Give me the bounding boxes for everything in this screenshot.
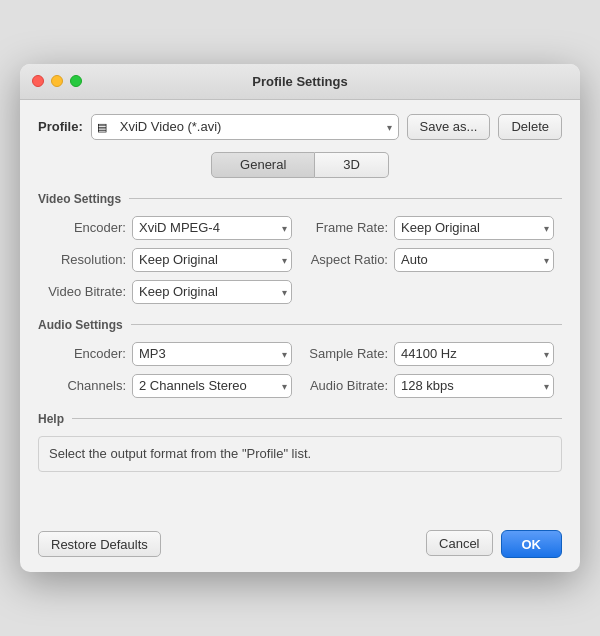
channels-select-wrapper: 2 Channels Stereo ▾ — [132, 374, 292, 398]
sample-rate-select-wrapper: 44100 Hz ▾ — [394, 342, 554, 366]
minimize-button[interactable] — [51, 75, 63, 87]
aspect-ratio-label: Aspect Ratio: — [308, 252, 388, 267]
channels-field-row: Channels: 2 Channels Stereo ▾ — [46, 374, 292, 398]
close-button[interactable] — [32, 75, 44, 87]
resolution-field-row: Resolution: Keep Original ▾ — [46, 248, 292, 272]
video-bitrate-field-row: Video Bitrate: Keep Original ▾ — [46, 280, 292, 304]
cancel-button[interactable]: Cancel — [426, 530, 492, 556]
profile-icon: ▤ — [97, 120, 107, 133]
frame-rate-field-row: Frame Rate: Keep Original ▾ — [308, 216, 554, 240]
audio-bitrate-select[interactable]: 128 kbps — [394, 374, 554, 398]
encoder-label: Encoder: — [46, 220, 126, 235]
encoder-field-row: Encoder: XviD MPEG-4 ▾ — [46, 216, 292, 240]
maximize-button[interactable] — [70, 75, 82, 87]
traffic-lights — [32, 75, 82, 87]
restore-defaults-button[interactable]: Restore Defaults — [38, 531, 161, 557]
audio-settings-grid: Encoder: MP3 ▾ Sample Rate: 44100 Hz — [38, 342, 562, 398]
video-settings-divider — [129, 198, 562, 199]
profile-row: Profile: ▤ XviD Video (*.avi) ▾ Save as.… — [38, 114, 562, 140]
audio-settings-divider — [131, 324, 562, 325]
audio-encoder-field-row: Encoder: MP3 ▾ — [46, 342, 292, 366]
delete-button[interactable]: Delete — [498, 114, 562, 140]
help-header: Help — [38, 412, 562, 426]
ok-button[interactable]: OK — [501, 530, 563, 558]
frame-rate-select[interactable]: Keep Original — [394, 216, 554, 240]
audio-encoder-select[interactable]: MP3 — [132, 342, 292, 366]
bottom-right-buttons: Cancel OK — [426, 530, 562, 558]
audio-settings-header: Audio Settings — [38, 318, 562, 332]
audio-bitrate-select-wrapper: 128 kbps ▾ — [394, 374, 554, 398]
channels-select[interactable]: 2 Channels Stereo — [132, 374, 292, 398]
window-title: Profile Settings — [252, 74, 347, 89]
resolution-label: Resolution: — [46, 252, 126, 267]
audio-bitrate-field-row: Audio Bitrate: 128 kbps ▾ — [308, 374, 554, 398]
audio-encoder-select-wrapper: MP3 ▾ — [132, 342, 292, 366]
aspect-ratio-select-wrapper: Auto ▾ — [394, 248, 554, 272]
encoder-select[interactable]: XviD MPEG-4 — [132, 216, 292, 240]
audio-settings-title: Audio Settings — [38, 318, 123, 332]
audio-bitrate-label: Audio Bitrate: — [308, 378, 388, 393]
audio-encoder-label: Encoder: — [46, 346, 126, 361]
profile-settings-window: Profile Settings Profile: ▤ XviD Video (… — [20, 64, 580, 572]
sample-rate-label: Sample Rate: — [308, 346, 388, 361]
help-divider — [72, 418, 562, 419]
aspect-ratio-select[interactable]: Auto — [394, 248, 554, 272]
tabs-row: General 3D — [38, 152, 562, 178]
window-body: Profile: ▤ XviD Video (*.avi) ▾ Save as.… — [20, 100, 580, 520]
title-bar: Profile Settings — [20, 64, 580, 100]
help-section: Help Select the output format from the "… — [38, 412, 562, 472]
frame-rate-select-wrapper: Keep Original ▾ — [394, 216, 554, 240]
spacer — [38, 486, 562, 506]
video-bitrate-select[interactable]: Keep Original — [132, 280, 292, 304]
video-settings-title: Video Settings — [38, 192, 121, 206]
tab-3d[interactable]: 3D — [315, 152, 389, 178]
video-settings-section: Video Settings Encoder: XviD MPEG-4 ▾ — [38, 192, 562, 304]
aspect-ratio-field-row: Aspect Ratio: Auto ▾ — [308, 248, 554, 272]
help-text: Select the output format from the "Profi… — [49, 446, 311, 461]
profile-select-wrapper: ▤ XviD Video (*.avi) ▾ — [91, 114, 399, 140]
audio-settings-section: Audio Settings Encoder: MP3 ▾ Sample — [38, 318, 562, 398]
resolution-select-wrapper: Keep Original ▾ — [132, 248, 292, 272]
sample-rate-field-row: Sample Rate: 44100 Hz ▾ — [308, 342, 554, 366]
encoder-select-wrapper: XviD MPEG-4 ▾ — [132, 216, 292, 240]
channels-label: Channels: — [46, 378, 126, 393]
save-as-button[interactable]: Save as... — [407, 114, 491, 140]
bottom-bar: Restore Defaults Cancel OK — [20, 520, 580, 572]
help-box: Select the output format from the "Profi… — [38, 436, 562, 472]
tab-general[interactable]: General — [211, 152, 315, 178]
video-settings-grid: Encoder: XviD MPEG-4 ▾ Frame Rate: Keep … — [38, 216, 562, 304]
profile-label: Profile: — [38, 119, 83, 134]
profile-select[interactable]: XviD Video (*.avi) — [91, 114, 399, 140]
sample-rate-select[interactable]: 44100 Hz — [394, 342, 554, 366]
video-bitrate-select-wrapper: Keep Original ▾ — [132, 280, 292, 304]
resolution-select[interactable]: Keep Original — [132, 248, 292, 272]
video-bitrate-label: Video Bitrate: — [46, 284, 126, 299]
video-settings-header: Video Settings — [38, 192, 562, 206]
help-title: Help — [38, 412, 64, 426]
frame-rate-label: Frame Rate: — [308, 220, 388, 235]
